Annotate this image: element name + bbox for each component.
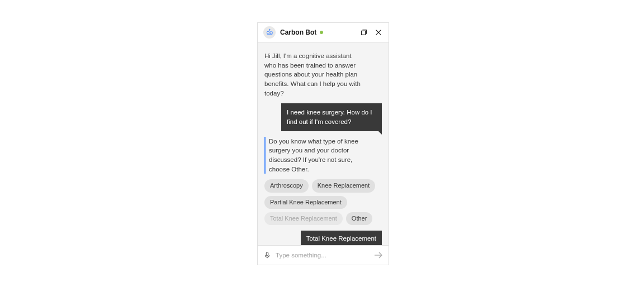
chat-input-bar [258,245,389,265]
chat-header: Carbon Bot [258,23,389,42]
bot-message-intro: Hi Jill, I'm a cognitive assistant who h… [264,51,362,98]
svg-rect-5 [362,31,366,35]
svg-point-0 [267,31,269,34]
close-icon[interactable] [374,28,383,37]
user-message-selection: Total Knee Replacement [301,231,382,245]
quick-reply-chips: Arthroscopy Knee Replacement Partial Kne… [264,179,382,225]
chip-arthroscopy[interactable]: Arthroscopy [264,179,309,192]
chip-other[interactable]: Other [346,212,373,225]
user-message-row: Total Knee Replacement [264,231,382,245]
send-icon[interactable] [374,251,383,260]
bot-avatar [263,26,276,39]
status-indicator [320,31,323,34]
svg-point-3 [269,29,269,30]
chip-partial-knee-replacement[interactable]: Partial Knee Replacement [264,196,347,209]
chip-knee-replacement[interactable]: Knee Replacement [312,179,376,192]
microphone-icon[interactable] [263,251,271,259]
svg-rect-8 [266,252,268,256]
message-input[interactable] [271,252,374,259]
svg-point-1 [269,31,272,34]
chip-total-knee-replacement[interactable]: Total Knee Replacement [264,212,343,225]
chat-window: Carbon Bot Hi Jill, I'm a cognitive assi… [257,22,389,265]
user-message-row: I need knee surgery. How do I find out i… [264,103,382,131]
chat-body: Hi Jill, I'm a cognitive assistant who h… [258,42,389,245]
user-message: I need knee surgery. How do I find out i… [281,103,382,131]
bot-name: Carbon Bot [280,28,316,36]
pop-out-icon[interactable] [359,28,368,37]
bot-message-question: Do you know what type of knee surgery yo… [264,137,367,174]
